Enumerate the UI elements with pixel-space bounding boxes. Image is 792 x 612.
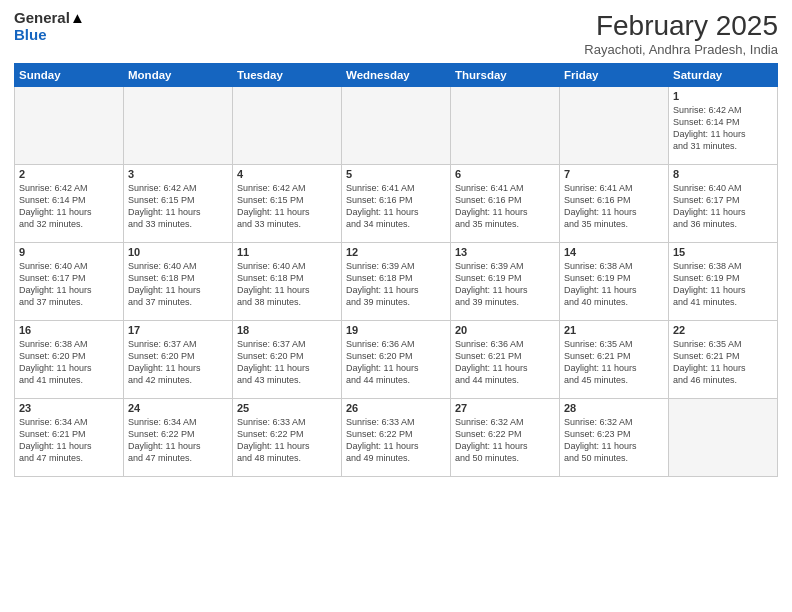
day-info: Sunrise: 6:39 AM Sunset: 6:18 PM Dayligh… xyxy=(346,260,446,309)
header-row: SundayMondayTuesdayWednesdayThursdayFrid… xyxy=(15,64,778,87)
day-cell: 27Sunrise: 6:32 AM Sunset: 6:22 PM Dayli… xyxy=(451,399,560,477)
day-cell: 14Sunrise: 6:38 AM Sunset: 6:19 PM Dayli… xyxy=(560,243,669,321)
day-number: 6 xyxy=(455,168,555,180)
day-cell: 4Sunrise: 6:42 AM Sunset: 6:15 PM Daylig… xyxy=(233,165,342,243)
page: General▲ Blue February 2025 Rayachoti, A… xyxy=(0,0,792,612)
day-cell: 1Sunrise: 6:42 AM Sunset: 6:14 PM Daylig… xyxy=(669,87,778,165)
logo-general: General xyxy=(14,9,70,26)
day-info: Sunrise: 6:38 AM Sunset: 6:19 PM Dayligh… xyxy=(673,260,773,309)
day-info: Sunrise: 6:37 AM Sunset: 6:20 PM Dayligh… xyxy=(128,338,228,387)
day-number: 8 xyxy=(673,168,773,180)
day-number: 26 xyxy=(346,402,446,414)
day-info: Sunrise: 6:41 AM Sunset: 6:16 PM Dayligh… xyxy=(564,182,664,231)
day-info: Sunrise: 6:40 AM Sunset: 6:18 PM Dayligh… xyxy=(237,260,337,309)
day-cell: 13Sunrise: 6:39 AM Sunset: 6:19 PM Dayli… xyxy=(451,243,560,321)
day-cell: 10Sunrise: 6:40 AM Sunset: 6:18 PM Dayli… xyxy=(124,243,233,321)
day-info: Sunrise: 6:40 AM Sunset: 6:18 PM Dayligh… xyxy=(128,260,228,309)
calendar-table: SundayMondayTuesdayWednesdayThursdayFrid… xyxy=(14,63,778,477)
day-number: 10 xyxy=(128,246,228,258)
header: General▲ Blue February 2025 Rayachoti, A… xyxy=(14,10,778,57)
col-header-monday: Monday xyxy=(124,64,233,87)
day-cell: 17Sunrise: 6:37 AM Sunset: 6:20 PM Dayli… xyxy=(124,321,233,399)
day-cell: 11Sunrise: 6:40 AM Sunset: 6:18 PM Dayli… xyxy=(233,243,342,321)
day-number: 19 xyxy=(346,324,446,336)
day-cell: 15Sunrise: 6:38 AM Sunset: 6:19 PM Dayli… xyxy=(669,243,778,321)
day-cell: 6Sunrise: 6:41 AM Sunset: 6:16 PM Daylig… xyxy=(451,165,560,243)
day-number: 17 xyxy=(128,324,228,336)
day-number: 24 xyxy=(128,402,228,414)
day-number: 21 xyxy=(564,324,664,336)
day-info: Sunrise: 6:33 AM Sunset: 6:22 PM Dayligh… xyxy=(237,416,337,465)
day-cell: 19Sunrise: 6:36 AM Sunset: 6:20 PM Dayli… xyxy=(342,321,451,399)
day-number: 9 xyxy=(19,246,119,258)
calendar-subtitle: Rayachoti, Andhra Pradesh, India xyxy=(584,42,778,57)
day-number: 12 xyxy=(346,246,446,258)
day-cell xyxy=(451,87,560,165)
day-cell: 7Sunrise: 6:41 AM Sunset: 6:16 PM Daylig… xyxy=(560,165,669,243)
week-row-1: 1Sunrise: 6:42 AM Sunset: 6:14 PM Daylig… xyxy=(15,87,778,165)
day-number: 11 xyxy=(237,246,337,258)
day-number: 5 xyxy=(346,168,446,180)
day-cell: 21Sunrise: 6:35 AM Sunset: 6:21 PM Dayli… xyxy=(560,321,669,399)
week-row-4: 16Sunrise: 6:38 AM Sunset: 6:20 PM Dayli… xyxy=(15,321,778,399)
day-cell: 18Sunrise: 6:37 AM Sunset: 6:20 PM Dayli… xyxy=(233,321,342,399)
day-info: Sunrise: 6:32 AM Sunset: 6:22 PM Dayligh… xyxy=(455,416,555,465)
col-header-saturday: Saturday xyxy=(669,64,778,87)
day-number: 3 xyxy=(128,168,228,180)
day-number: 2 xyxy=(19,168,119,180)
day-number: 13 xyxy=(455,246,555,258)
col-header-tuesday: Tuesday xyxy=(233,64,342,87)
day-info: Sunrise: 6:41 AM Sunset: 6:16 PM Dayligh… xyxy=(346,182,446,231)
day-info: Sunrise: 6:36 AM Sunset: 6:20 PM Dayligh… xyxy=(346,338,446,387)
day-cell: 2Sunrise: 6:42 AM Sunset: 6:14 PM Daylig… xyxy=(15,165,124,243)
day-info: Sunrise: 6:42 AM Sunset: 6:14 PM Dayligh… xyxy=(19,182,119,231)
calendar-title: February 2025 xyxy=(584,10,778,42)
day-info: Sunrise: 6:42 AM Sunset: 6:14 PM Dayligh… xyxy=(673,104,773,153)
day-cell xyxy=(233,87,342,165)
day-info: Sunrise: 6:38 AM Sunset: 6:19 PM Dayligh… xyxy=(564,260,664,309)
day-info: Sunrise: 6:35 AM Sunset: 6:21 PM Dayligh… xyxy=(564,338,664,387)
day-cell: 16Sunrise: 6:38 AM Sunset: 6:20 PM Dayli… xyxy=(15,321,124,399)
day-cell: 3Sunrise: 6:42 AM Sunset: 6:15 PM Daylig… xyxy=(124,165,233,243)
week-row-3: 9Sunrise: 6:40 AM Sunset: 6:17 PM Daylig… xyxy=(15,243,778,321)
week-row-2: 2Sunrise: 6:42 AM Sunset: 6:14 PM Daylig… xyxy=(15,165,778,243)
day-cell xyxy=(124,87,233,165)
day-number: 1 xyxy=(673,90,773,102)
day-cell: 25Sunrise: 6:33 AM Sunset: 6:22 PM Dayli… xyxy=(233,399,342,477)
day-number: 23 xyxy=(19,402,119,414)
logo-text: General▲ Blue xyxy=(14,10,85,43)
day-info: Sunrise: 6:41 AM Sunset: 6:16 PM Dayligh… xyxy=(455,182,555,231)
day-cell xyxy=(560,87,669,165)
day-cell: 26Sunrise: 6:33 AM Sunset: 6:22 PM Dayli… xyxy=(342,399,451,477)
day-number: 16 xyxy=(19,324,119,336)
day-info: Sunrise: 6:34 AM Sunset: 6:21 PM Dayligh… xyxy=(19,416,119,465)
day-number: 14 xyxy=(564,246,664,258)
day-number: 28 xyxy=(564,402,664,414)
day-cell: 8Sunrise: 6:40 AM Sunset: 6:17 PM Daylig… xyxy=(669,165,778,243)
title-block: February 2025 Rayachoti, Andhra Pradesh,… xyxy=(584,10,778,57)
day-cell: 28Sunrise: 6:32 AM Sunset: 6:23 PM Dayli… xyxy=(560,399,669,477)
day-number: 22 xyxy=(673,324,773,336)
day-cell xyxy=(342,87,451,165)
day-cell: 5Sunrise: 6:41 AM Sunset: 6:16 PM Daylig… xyxy=(342,165,451,243)
day-cell: 24Sunrise: 6:34 AM Sunset: 6:22 PM Dayli… xyxy=(124,399,233,477)
day-cell: 12Sunrise: 6:39 AM Sunset: 6:18 PM Dayli… xyxy=(342,243,451,321)
day-info: Sunrise: 6:32 AM Sunset: 6:23 PM Dayligh… xyxy=(564,416,664,465)
col-header-friday: Friday xyxy=(560,64,669,87)
col-header-wednesday: Wednesday xyxy=(342,64,451,87)
day-number: 7 xyxy=(564,168,664,180)
day-number: 27 xyxy=(455,402,555,414)
day-number: 15 xyxy=(673,246,773,258)
day-info: Sunrise: 6:40 AM Sunset: 6:17 PM Dayligh… xyxy=(19,260,119,309)
day-info: Sunrise: 6:36 AM Sunset: 6:21 PM Dayligh… xyxy=(455,338,555,387)
day-info: Sunrise: 6:39 AM Sunset: 6:19 PM Dayligh… xyxy=(455,260,555,309)
logo: General▲ Blue xyxy=(14,10,85,43)
logo-blue: Blue xyxy=(14,26,47,43)
day-number: 18 xyxy=(237,324,337,336)
day-info: Sunrise: 6:37 AM Sunset: 6:20 PM Dayligh… xyxy=(237,338,337,387)
day-cell: 20Sunrise: 6:36 AM Sunset: 6:21 PM Dayli… xyxy=(451,321,560,399)
day-cell: 9Sunrise: 6:40 AM Sunset: 6:17 PM Daylig… xyxy=(15,243,124,321)
day-info: Sunrise: 6:40 AM Sunset: 6:17 PM Dayligh… xyxy=(673,182,773,231)
day-info: Sunrise: 6:34 AM Sunset: 6:22 PM Dayligh… xyxy=(128,416,228,465)
day-number: 4 xyxy=(237,168,337,180)
